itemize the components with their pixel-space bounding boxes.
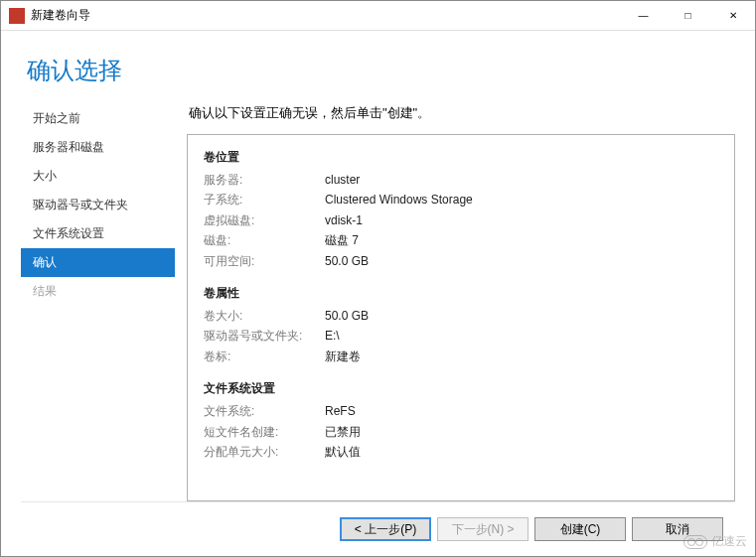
- label-subsystem: 子系统:: [204, 190, 325, 209]
- maximize-button[interactable]: □: [666, 1, 710, 30]
- label-virtual-disk: 虚拟磁盘:: [204, 210, 325, 230]
- section-title-filesystem: 文件系统设置: [204, 380, 718, 397]
- minimize-button[interactable]: —: [621, 1, 666, 30]
- label-volume-size: 卷大小:: [204, 306, 325, 326]
- label-allocation-unit: 分配单元大小:: [204, 442, 325, 462]
- value-volume-label: 新建卷: [325, 347, 361, 366]
- section-title-location: 卷位置: [204, 149, 718, 166]
- row-free-space: 可用空间: 50.0 GB: [204, 251, 718, 271]
- label-filesystem: 文件系统:: [204, 401, 325, 421]
- next-button: 下一步(N) >: [437, 517, 529, 541]
- button-bar: < 上一步(P) 下一步(N) > 创建(C) 取消: [21, 501, 735, 556]
- label-server: 服务器:: [204, 170, 325, 190]
- label-drive-letter: 驱动器号或文件夹:: [204, 326, 325, 346]
- row-drive-letter: 驱动器号或文件夹: E:\: [204, 326, 718, 346]
- label-free-space: 可用空间:: [204, 251, 325, 271]
- row-volume-label: 卷标: 新建卷: [204, 347, 718, 366]
- section-title-properties: 卷属性: [204, 285, 718, 302]
- main-panel: 确认以下设置正确无误，然后单击"创建"。 卷位置 服务器: cluster 子系…: [187, 104, 735, 501]
- value-disk: 磁盘 7: [325, 230, 359, 250]
- wizard-steps: 开始之前 服务器和磁盘 大小 驱动器号或文件夹 文件系统设置 确认 结果: [21, 104, 175, 501]
- step-drive-letter[interactable]: 驱动器号或文件夹: [21, 191, 175, 219]
- row-server: 服务器: cluster: [204, 170, 718, 190]
- step-results: 结果: [21, 277, 175, 306]
- wizard-window: 新建卷向导 — □ ✕ 确认选择 开始之前 服务器和磁盘 大小 驱动器号或文件夹…: [0, 0, 756, 557]
- window-controls: — □ ✕: [621, 1, 755, 30]
- step-size[interactable]: 大小: [21, 162, 175, 191]
- row-subsystem: 子系统: Clustered Windows Storage: [204, 190, 718, 209]
- value-drive-letter: E:\: [325, 326, 340, 346]
- row-filesystem: 文件系统: ReFS: [204, 401, 718, 421]
- row-disk: 磁盘: 磁盘 7: [204, 230, 718, 250]
- label-volume-label: 卷标:: [204, 347, 325, 366]
- content-area: 确认选择 开始之前 服务器和磁盘 大小 驱动器号或文件夹 文件系统设置 确认 结…: [1, 31, 755, 556]
- page-title: 确认选择: [27, 55, 735, 86]
- step-server-and-disk[interactable]: 服务器和磁盘: [21, 133, 175, 162]
- instruction-text: 确认以下设置正确无误，然后单击"创建"。: [189, 104, 735, 122]
- create-button[interactable]: 创建(C): [534, 517, 626, 541]
- close-button[interactable]: ✕: [710, 1, 755, 30]
- step-confirmation[interactable]: 确认: [21, 248, 175, 277]
- step-filesystem[interactable]: 文件系统设置: [21, 219, 175, 248]
- value-subsystem: Clustered Windows Storage: [325, 190, 473, 209]
- app-icon: [9, 8, 25, 24]
- titlebar: 新建卷向导 — □ ✕: [1, 1, 755, 31]
- summary-panel: 卷位置 服务器: cluster 子系统: Clustered Windows …: [187, 134, 735, 501]
- value-server: cluster: [325, 170, 360, 190]
- row-short-filename: 短文件名创建: 已禁用: [204, 422, 718, 442]
- value-volume-size: 50.0 GB: [325, 306, 369, 326]
- value-short-filename: 已禁用: [325, 422, 361, 442]
- row-virtual-disk: 虚拟磁盘: vdisk-1: [204, 210, 718, 230]
- cancel-button[interactable]: 取消: [632, 517, 723, 541]
- columns: 开始之前 服务器和磁盘 大小 驱动器号或文件夹 文件系统设置 确认 结果 确认以…: [21, 104, 735, 501]
- window-title: 新建卷向导: [31, 7, 621, 24]
- row-allocation-unit: 分配单元大小: 默认值: [204, 442, 718, 462]
- value-allocation-unit: 默认值: [325, 442, 361, 462]
- step-before-begin[interactable]: 开始之前: [21, 104, 175, 133]
- row-volume-size: 卷大小: 50.0 GB: [204, 306, 718, 326]
- value-virtual-disk: vdisk-1: [325, 210, 363, 230]
- value-free-space: 50.0 GB: [325, 251, 369, 271]
- value-filesystem: ReFS: [325, 401, 356, 421]
- label-disk: 磁盘:: [204, 230, 325, 250]
- label-short-filename: 短文件名创建:: [204, 422, 325, 442]
- previous-button[interactable]: < 上一步(P): [340, 517, 431, 541]
